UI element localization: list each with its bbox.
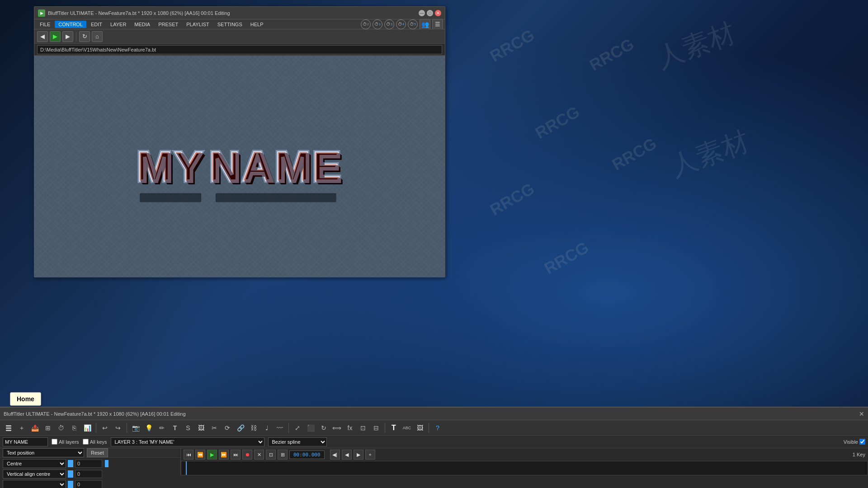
- bt-sep-2: [127, 423, 127, 433]
- export-btn[interactable]: 📤: [29, 422, 41, 434]
- visible-checkbox[interactable]: [859, 439, 865, 445]
- menu-control[interactable]: CONTROL: [55, 21, 86, 28]
- bold-T-btn[interactable]: T: [388, 422, 400, 434]
- address-input[interactable]: [37, 45, 442, 54]
- nav-right2-btn[interactable]: +: [365, 450, 375, 460]
- slider-1[interactable]: [68, 460, 73, 467]
- menu-preset[interactable]: PRESET: [155, 21, 182, 28]
- add-btn[interactable]: +: [16, 422, 28, 434]
- rotate2-btn[interactable]: ↻: [318, 422, 330, 434]
- timer-icon-2[interactable]: ⏱1: [373, 19, 382, 29]
- wave-btn[interactable]: 〰: [274, 422, 286, 434]
- menu-help[interactable]: HELP: [247, 21, 267, 28]
- all-keys-checkbox-label[interactable]: All keys: [83, 439, 107, 445]
- loop-btn[interactable]: ⊡: [266, 450, 276, 460]
- value-input-3[interactable]: [75, 480, 102, 488]
- mirror-btn[interactable]: ⟺: [331, 422, 343, 434]
- nav-left2-btn[interactable]: ◀: [342, 450, 352, 460]
- nav-right-btn[interactable]: ▶: [354, 450, 363, 460]
- property-dropdown[interactable]: Text position: [3, 448, 84, 457]
- spline-dropdown[interactable]: Bezier spline: [268, 437, 327, 446]
- layer-dropdown[interactable]: LAYER 3 : Text 'MY NAME': [111, 437, 264, 446]
- slider-2[interactable]: [68, 470, 73, 478]
- clip-btn[interactable]: ✂: [208, 422, 220, 434]
- to-end-btn[interactable]: ⏭: [231, 450, 241, 460]
- img2-btn[interactable]: 🖼: [414, 422, 426, 434]
- value-input-2[interactable]: [75, 470, 102, 478]
- svg-rect-2: [6, 430, 11, 431]
- all-keys-checkbox[interactable]: [83, 439, 89, 445]
- record-btn[interactable]: ⏺: [242, 450, 252, 460]
- chart-btn[interactable]: 📊: [81, 422, 93, 434]
- refresh-button[interactable]: ↻: [79, 31, 90, 42]
- timer-icon-4[interactable]: ⏱4: [396, 19, 406, 29]
- scale-btn[interactable]: ⤢: [292, 422, 303, 434]
- preview-text-container: MY NAME: [137, 142, 343, 191]
- all-layers-label: All layers: [59, 439, 79, 445]
- layer-icon-btn[interactable]: [3, 422, 14, 434]
- main-toolbar: ◀ ▶ ▶ ↻ ⌂: [34, 29, 445, 44]
- bottom-title-text: BluffTitler ULTIMATE - NewFeature7a.bt *…: [4, 411, 186, 417]
- prev-btn[interactable]: ⏪: [195, 450, 205, 460]
- image-btn[interactable]: 🖼: [195, 422, 207, 434]
- value-row-align2: Vertical align centre: [3, 469, 178, 479]
- minimize-button[interactable]: —: [419, 10, 425, 16]
- value-input-1[interactable]: [75, 460, 102, 468]
- timer-icon-5[interactable]: ⏱5: [408, 19, 418, 29]
- link-btn[interactable]: 🔗: [235, 422, 246, 434]
- align-dropdown-2[interactable]: Vertical align centre: [3, 469, 66, 479]
- menu-edit[interactable]: EDIT: [87, 21, 106, 28]
- timeline-area[interactable]: [181, 461, 868, 475]
- note-btn[interactable]: ♩: [261, 422, 273, 434]
- align-dropdown-3[interactable]: [3, 480, 66, 488]
- abc-btn[interactable]: ABC: [401, 422, 413, 434]
- help-btn[interactable]: ?: [432, 422, 443, 434]
- home-button[interactable]: ⌂: [92, 31, 103, 42]
- close-button[interactable]: ✕: [435, 10, 441, 16]
- bottom-close-button[interactable]: ✕: [859, 410, 864, 418]
- all-layers-checkbox-label[interactable]: All layers: [52, 439, 79, 445]
- forward-button[interactable]: ▶: [62, 31, 73, 42]
- clock-btn[interactable]: ⏱: [55, 422, 67, 434]
- chain-btn[interactable]: ⛓: [248, 422, 259, 434]
- menu-file[interactable]: FILE: [36, 21, 54, 28]
- crop-btn[interactable]: ⊡: [357, 422, 369, 434]
- grid-btn[interactable]: ⊞: [42, 422, 54, 434]
- timer-icon-3[interactable]: ⏱3: [384, 19, 394, 29]
- menu-layer[interactable]: LAYER: [107, 21, 130, 28]
- people-icon[interactable]: 👥: [420, 19, 430, 30]
- menu-media[interactable]: MEDIA: [131, 21, 154, 28]
- value-row-align1: Centre: [3, 459, 178, 469]
- align-l-btn[interactable]: ⬛: [305, 422, 316, 434]
- back-button[interactable]: ◀: [37, 31, 48, 42]
- redo-btn[interactable]: ↪: [112, 422, 124, 434]
- fx-btn[interactable]: fx: [344, 422, 356, 434]
- play-transport-btn[interactable]: ▶: [207, 450, 217, 460]
- maximize-button[interactable]: □: [427, 10, 433, 16]
- bounce-btn[interactable]: ⊞: [278, 450, 288, 460]
- text-T-btn[interactable]: T: [169, 422, 181, 434]
- align-dropdown-1[interactable]: Centre: [3, 459, 66, 468]
- cursor-btn[interactable]: ✏: [156, 422, 168, 434]
- stop-btn[interactable]: ✕: [254, 450, 264, 460]
- nav-left-btn[interactable]: ◀|: [330, 450, 340, 460]
- trim-btn[interactable]: ⊟: [370, 422, 382, 434]
- menu-settings[interactable]: SETTINGS: [214, 21, 246, 28]
- menu-playlist[interactable]: PLAYLIST: [183, 21, 213, 28]
- rotate-btn[interactable]: ⟳: [222, 422, 233, 434]
- sub-btn[interactable]: S: [182, 422, 194, 434]
- menu-icon[interactable]: ☰: [432, 19, 443, 30]
- reset-button[interactable]: Reset: [87, 448, 108, 457]
- light-btn[interactable]: 💡: [143, 422, 155, 434]
- camera-btn[interactable]: 📷: [130, 422, 142, 434]
- to-start-btn[interactable]: ⏮: [184, 450, 193, 460]
- layer-name-input[interactable]: [3, 437, 48, 446]
- next-btn[interactable]: ⏩: [219, 450, 229, 460]
- sep-1: [76, 32, 76, 41]
- copy-btn[interactable]: ⎘: [68, 422, 80, 434]
- play-button[interactable]: ▶: [50, 31, 61, 42]
- slider-3[interactable]: [68, 481, 73, 488]
- timer-icon-1[interactable]: ⏱2: [361, 19, 371, 29]
- all-layers-checkbox[interactable]: [52, 439, 57, 445]
- undo-btn[interactable]: ↩: [99, 422, 111, 434]
